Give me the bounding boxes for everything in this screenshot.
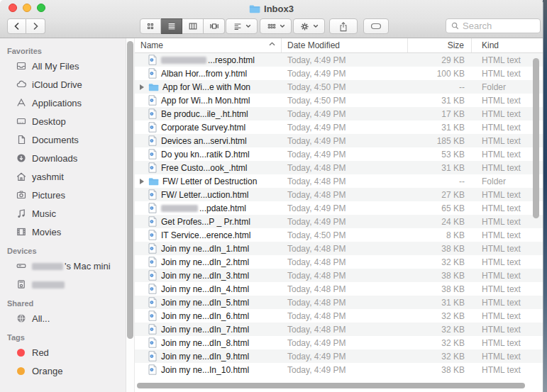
- search-icon: [451, 21, 460, 30]
- sidebar-item-movies[interactable]: Movies: [0, 223, 126, 241]
- file-row[interactable]: App for Wi...h Mon.htmlToday, 4:50 PM31 …: [135, 94, 543, 107]
- size-cell: --: [408, 82, 472, 92]
- sidebar-item-yashmit[interactable]: yashmit: [0, 167, 126, 186]
- redacted-text: [161, 205, 198, 212]
- sidebar-item-all[interactable]: All...: [0, 309, 126, 327]
- column-header-name[interactable]: Name: [135, 38, 282, 52]
- disclosure-triangle-icon[interactable]: [139, 179, 145, 184]
- file-name: Get Profes...P _ Pr.html: [161, 217, 250, 227]
- column-header-kind[interactable]: Kind: [472, 38, 543, 52]
- tag-button[interactable]: [363, 18, 389, 34]
- vertical-scrollbar[interactable]: [533, 55, 540, 378]
- sidebar-item-orange[interactable]: Orange: [0, 362, 126, 380]
- horizontal-scrollbar[interactable]: [135, 380, 543, 392]
- sidebar-item-label: [32, 279, 66, 290]
- file-row[interactable]: Devices an...servi.htmlToday, 4:49 PM185…: [135, 134, 543, 147]
- horizontal-scrollbar-thumb[interactable]: [137, 383, 525, 388]
- pictures-icon: [15, 189, 27, 201]
- file-row[interactable]: Join my ne...dIn_9.htmlToday, 4:49 PM32 …: [135, 349, 543, 363]
- file-row[interactable]: Free Custo...ook_.htmlToday, 4:48 PM31 K…: [135, 161, 543, 174]
- file-row[interactable]: Join my ne...dIn_7.htmlToday, 4:48 PM32 …: [135, 323, 543, 336]
- html-file-icon: [148, 162, 158, 173]
- action-menu-button[interactable]: [293, 18, 325, 34]
- sidebar-item-documents[interactable]: Documents: [0, 130, 126, 149]
- list-view-button[interactable]: [161, 18, 182, 34]
- file-row[interactable]: Join my ne...dIn_1.htmlToday, 4:48 PM38 …: [135, 242, 543, 255]
- sort-ascending-icon: [269, 42, 275, 46]
- search-field[interactable]: Search: [446, 18, 541, 33]
- file-row[interactable]: Join my ne...dIn_8.htmlToday, 4:49 PM32 …: [135, 336, 543, 349]
- column-view-button[interactable]: [182, 18, 204, 34]
- file-row[interactable]: ...respo.htmlToday, 4:49 PM29 KBHTML tex…: [135, 53, 543, 67]
- sidebar-item-label: Orange: [32, 366, 62, 376]
- sidebar-item-icloud-drive[interactable]: iCloud Drive: [0, 75, 126, 94]
- file-row[interactable]: FW/ Letter...uction.htmlToday, 4:48 PM27…: [135, 188, 543, 201]
- date-modified-cell: Today, 4:48 PM: [282, 325, 408, 335]
- music-icon: [15, 208, 27, 220]
- file-row[interactable]: Join my ne...dIn_2.htmlToday, 4:48 PM32 …: [135, 255, 543, 269]
- sidebar-item-pictures[interactable]: Pictures: [0, 186, 126, 204]
- item-arrangement-button[interactable]: [260, 18, 292, 34]
- sidebar-item-label: Red: [32, 347, 49, 358]
- sidebar-item-red[interactable]: Red: [0, 343, 126, 362]
- file-row[interactable]: IT Service...erence.htmlToday, 4:50 PM8 …: [135, 228, 543, 242]
- sidebar-item-downloads[interactable]: Downloads: [0, 149, 126, 167]
- redacted-text: [32, 263, 63, 270]
- file-name: App for Wi...e with Mon: [162, 82, 250, 92]
- sidebar-scrollbar-thumb[interactable]: [127, 41, 133, 339]
- file-row[interactable]: Join my ne...dIn_3.htmlToday, 4:48 PM38 …: [135, 269, 543, 282]
- sidebar-item-device[interactable]: [0, 275, 126, 293]
- share-button[interactable]: [329, 18, 358, 34]
- name-cell: App for Wi...e with Mon: [135, 82, 282, 92]
- date-modified-cell: Today, 4:49 PM: [282, 69, 408, 79]
- file-row[interactable]: Do you kn...ratik D.htmlToday, 4:49 PM53…: [135, 147, 543, 161]
- size-cell: 32 KB: [408, 338, 472, 348]
- file-name: Join my ne...dIn_8.html: [161, 338, 249, 348]
- disclosure-spacer: [139, 367, 145, 373]
- file-row[interactable]: Join my ne...dIn_6.htmlToday, 4:48 PM32 …: [135, 309, 543, 323]
- sidebar-item-s-mac-mini[interactable]: 's Mac mini: [0, 257, 126, 275]
- vertical-scrollbar-thumb[interactable]: [533, 58, 539, 218]
- disclosure-spacer: [139, 71, 145, 77]
- date-modified-cell: Today, 4:49 PM: [282, 109, 408, 119]
- date-modified-cell: Today, 4:48 PM: [282, 311, 408, 321]
- size-cell: 24 KB: [408, 217, 472, 227]
- mac-mini-icon: [15, 260, 27, 272]
- file-row[interactable]: ...pdate.htmlToday, 4:49 PM65 KBHTML tex…: [135, 201, 543, 215]
- column-view-icon: [188, 21, 198, 31]
- file-row[interactable]: Join my ne...dIn_4.htmlToday, 4:48 PM38 …: [135, 282, 543, 296]
- icon-view-button[interactable]: [140, 18, 161, 34]
- forward-button[interactable]: [26, 18, 45, 34]
- file-row[interactable]: Be produc...ile_.ht.htmlToday, 4:49 PM17…: [135, 107, 543, 121]
- file-row[interactable]: Get Profes...P _ Pr.htmlToday, 4:49 PM24…: [135, 215, 543, 228]
- sidebar-item-applications[interactable]: Applications: [0, 94, 126, 112]
- date-modified-cell: Today, 4:49 PM: [282, 136, 408, 146]
- file-row[interactable]: Alban Hor...from y.htmlToday, 4:49 PM100…: [135, 67, 543, 80]
- disclosure-spacer: [139, 219, 145, 225]
- file-row[interactable]: Corporate Survey.htmlToday, 4:49 PM31 KB…: [135, 121, 543, 134]
- sidebar-item-label: Documents: [32, 135, 79, 145]
- globe-icon: [15, 313, 27, 325]
- sidebar-item-music[interactable]: Music: [0, 204, 126, 223]
- file-row[interactable]: Join my ne...In_10.htmlToday, 4:49 PM38 …: [135, 363, 543, 376]
- sidebar-item-all-my-files[interactable]: All My Files: [0, 57, 126, 75]
- disclosure-spacer: [139, 152, 145, 157]
- column-header-size[interactable]: Size: [408, 38, 472, 52]
- finder-window: Inbox3: [0, 0, 543, 392]
- name-cell: Join my ne...In_10.html: [135, 364, 282, 375]
- sidebar-scrollbar[interactable]: [126, 38, 135, 392]
- column-header-date[interactable]: Date Modified: [282, 38, 408, 52]
- coverflow-view-button[interactable]: [204, 18, 225, 34]
- folder-row[interactable]: App for Wi...e with MonToday, 4:50 PM--F…: [135, 80, 543, 94]
- sidebar-item-desktop[interactable]: Desktop: [0, 112, 126, 130]
- arrange-menu-button[interactable]: [226, 18, 258, 34]
- date-modified-cell: Today, 4:48 PM: [282, 190, 408, 200]
- back-button[interactable]: [7, 18, 26, 34]
- file-row[interactable]: Join my ne...dIn_5.htmlToday, 4:48 PM31 …: [135, 296, 543, 309]
- file-name: Corporate Survey.html: [161, 123, 245, 133]
- file-name: Join my ne...dIn_4.html: [161, 284, 249, 294]
- folder-row[interactable]: FW/ Letter of DestructionToday, 4:48 PM-…: [135, 174, 543, 188]
- html-file-icon: [148, 108, 158, 119]
- disclosure-triangle-icon[interactable]: [139, 84, 145, 90]
- name-cell: Join my ne...dIn_7.html: [135, 324, 282, 335]
